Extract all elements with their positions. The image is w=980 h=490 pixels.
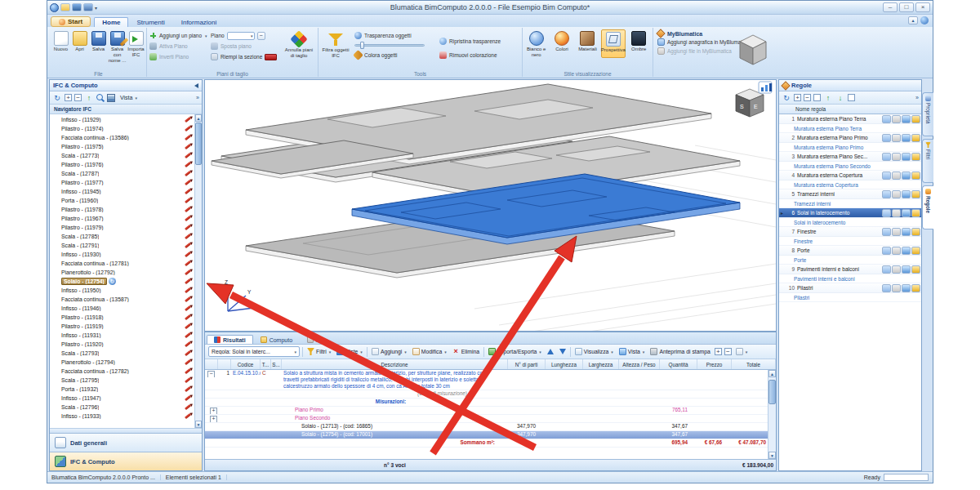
rule-detach-icon[interactable]	[892, 228, 901, 236]
tree-item[interactable]: Pilastro - (11967)	[54, 214, 202, 223]
tree-item[interactable]: Facciata continua - (12782)	[54, 367, 202, 376]
close-button[interactable]: ×	[915, 2, 930, 12]
rule-row[interactable]: ▸ 6 Solai in laterocemento Solai in late…	[779, 208, 921, 227]
marker-pen-icon[interactable]	[185, 287, 191, 293]
scroll-up-icon[interactable]: ▲	[768, 370, 776, 377]
table-row[interactable]: Solaio - (12713) - (cod: 16865) 347,970 …	[205, 423, 768, 431]
marker-pen-icon[interactable]	[185, 278, 191, 284]
style-button[interactable]: Bianco e nero	[524, 29, 549, 58]
quick-save-icon[interactable]	[72, 3, 82, 11]
column-header[interactable]: T...	[261, 359, 271, 369]
marker-pen-icon[interactable]	[185, 234, 191, 239]
marker-pen-icon[interactable]	[185, 341, 191, 347]
vista-button-2[interactable]: Vista▾	[617, 347, 647, 356]
marker-pen-icon[interactable]	[185, 189, 191, 194]
rule-row[interactable]: 2 Muratura esterna Piano Primo Muratura …	[779, 133, 921, 152]
tree-item[interactable]: Infisso - (11930)	[54, 250, 202, 259]
help-icon[interactable]	[920, 16, 929, 24]
rule-detach-icon[interactable]	[892, 115, 901, 123]
scrollbar-thumb[interactable]	[768, 380, 776, 404]
collapse-rows-icon[interactable]: −	[724, 348, 732, 355]
quick-open-icon[interactable]	[60, 3, 70, 11]
rule-apply-icon[interactable]	[902, 134, 911, 142]
rule-edit-icon[interactable]	[882, 228, 891, 236]
marker-pen-icon[interactable]	[185, 270, 191, 275]
rules-column-header[interactable]: Nome regola	[779, 105, 921, 114]
activate-plane-button[interactable]: Attiva Piano	[149, 41, 208, 51]
quick-save-all-icon[interactable]	[83, 3, 93, 11]
rule-filter-icon[interactable]	[911, 228, 920, 236]
filter-ifc-objects-button[interactable]: Filtra oggetti IFC	[322, 30, 350, 59]
rule-row[interactable]: 4 Muratura esterna Copertura Muratura es…	[779, 171, 921, 189]
results-tab[interactable]: Risultati	[207, 335, 253, 344]
copy-rule-icon[interactable]	[813, 94, 821, 101]
column-header[interactable]: Descrizione	[282, 359, 508, 369]
rule-filter-icon[interactable]	[911, 153, 920, 161]
tree-item[interactable]: Pilastro - (11978)	[54, 205, 202, 214]
rule-edit-icon[interactable]	[882, 115, 891, 123]
marker-pen-icon[interactable]	[185, 368, 191, 374]
table-row[interactable]: Piano Primo 765,11	[205, 407, 768, 415]
scroll-down-icon[interactable]: ▼	[768, 452, 776, 459]
nav-button[interactable]: IFC & Computo	[50, 452, 202, 470]
ribbon-tab[interactable]: Strumenti	[128, 17, 172, 27]
table-row[interactable]: (Lista di misurazione)	[205, 390, 768, 399]
marker-pen-icon[interactable]	[185, 261, 191, 266]
rule-edit-icon[interactable]	[882, 247, 891, 255]
importa-esporta-button[interactable]: Importa/Esporta▾	[487, 347, 543, 356]
column-header[interactable]	[218, 359, 231, 369]
anteprima-stampa-button[interactable]: Anteprima di stampa	[648, 347, 711, 356]
marker-pen-icon[interactable]	[185, 404, 191, 410]
tree-item[interactable]: Scala - (12787)	[54, 169, 202, 178]
restore-transparency-button[interactable]: Ripristina trasparenze	[439, 34, 521, 48]
rule-edit-icon[interactable]	[882, 153, 891, 161]
rule-row[interactable]: 1 Muratura esterna Piano Terra Muratura …	[779, 114, 921, 133]
minimize-button[interactable]: –	[883, 2, 898, 12]
marker-pen-icon[interactable]	[185, 207, 191, 212]
scroll-up-icon[interactable]: ▲	[195, 114, 202, 122]
piano-combo[interactable]: ▾	[227, 32, 255, 40]
tree-scrollbar[interactable]: ▲ ▼	[194, 114, 202, 428]
tree-item[interactable]: Infisso - (11929)	[54, 115, 202, 124]
marker-pen-icon[interactable]	[185, 359, 191, 365]
rule-filter-icon[interactable]	[911, 190, 920, 198]
marker-pen-icon[interactable]	[185, 180, 191, 185]
maximize-button[interactable]: □	[899, 2, 914, 12]
rule-filter-icon[interactable]	[911, 284, 920, 292]
rule-filter-icon[interactable]	[911, 134, 920, 142]
marker-pen-icon[interactable]	[185, 377, 191, 383]
tree-item[interactable]: Scala - (12791)	[54, 241, 202, 250]
column-header[interactable]: Codice	[231, 359, 261, 369]
rule-edit-icon[interactable]	[882, 209, 891, 217]
rule-apply-icon[interactable]	[902, 115, 911, 123]
marker-pen-icon[interactable]	[185, 162, 191, 167]
rule-edit-icon[interactable]	[882, 284, 891, 292]
rule-row[interactable]: 7 Finestre Finestre	[779, 227, 921, 246]
column-header[interactable]: S...	[271, 359, 282, 369]
style-button[interactable]: Colori	[550, 29, 574, 58]
collapse-all-icon[interactable]: −	[74, 94, 82, 101]
layers-icon[interactable]	[107, 94, 115, 102]
column-header[interactable]: Totale	[732, 359, 776, 369]
expand-all-icon[interactable]: +	[65, 94, 72, 101]
rule-apply-icon[interactable]	[902, 228, 911, 236]
filtri-button[interactable]: Filtri▾	[305, 347, 332, 356]
vista-button[interactable]: Vista ▾	[118, 94, 140, 101]
marker-pen-icon[interactable]	[185, 126, 191, 131]
marker-pen-icon[interactable]	[185, 395, 191, 401]
marker-pen-icon[interactable]	[185, 153, 191, 158]
marker-pen-icon[interactable]	[185, 135, 191, 140]
tree-item[interactable]: Pilastro - (11975)	[54, 142, 202, 151]
marker-pen-icon[interactable]	[185, 305, 191, 311]
model-3d-canvas[interactable]: S E Z Y X	[205, 80, 777, 332]
marker-pen-icon[interactable]	[185, 386, 191, 392]
tree-item[interactable]: Infisso - (11933)	[54, 412, 202, 421]
results-tab[interactable]: Computo	[253, 335, 300, 344]
tree-item[interactable]: Porta - (11932)	[54, 385, 202, 394]
column-header[interactable]: Lunghezza	[546, 359, 583, 369]
rule-detach-icon[interactable]	[892, 172, 901, 180]
refresh-icon[interactable]: ↻	[782, 93, 791, 103]
rule-filter-icon[interactable]	[911, 247, 920, 255]
add-plane-button[interactable]: Aggiungi un piano ▾	[149, 30, 208, 41]
tree-item[interactable]: Infisso - (11946)	[54, 304, 202, 313]
